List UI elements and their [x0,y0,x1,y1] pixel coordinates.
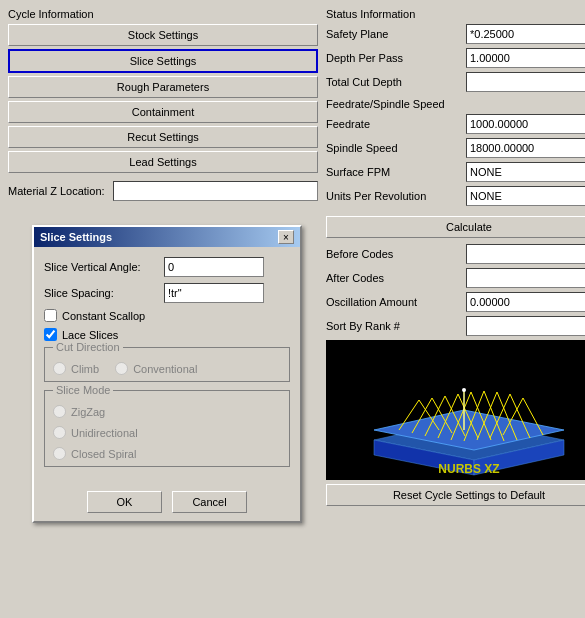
constant-scallop-checkbox[interactable] [44,309,57,322]
calculate-button[interactable]: Calculate [326,216,585,238]
reset-button[interactable]: Reset Cycle Settings to Default [326,484,585,506]
total-cut-depth-label: Total Cut Depth [326,76,466,88]
feedrate-label: Feedrate [326,118,466,130]
surface-fpm-label: Surface FPM [326,166,466,178]
spindle-speed-input[interactable] [466,138,585,158]
sort-rank-row: Sort By Rank # [326,316,585,336]
cut-direction-radios: Climb Conventional [53,354,281,375]
conventional-label: Conventional [133,363,197,375]
slice-mode-group: Slice Mode ZigZag Unidirectional Closed … [44,390,290,467]
cycle-info-label: Cycle Information [8,8,318,20]
viz-label: NURBS XZ [326,462,585,476]
units-per-rev-row: Units Per Revolution [326,186,585,206]
oscillation-input[interactable] [466,292,585,312]
conventional-radio[interactable] [115,362,128,375]
after-codes-input[interactable] [466,268,585,288]
total-cut-depth-input[interactable] [466,72,585,92]
rough-parameters-button[interactable]: Rough Parameters [8,76,318,98]
cancel-button[interactable]: Cancel [172,491,247,513]
safety-plane-input[interactable] [466,24,585,44]
cut-direction-legend: Cut Direction [53,341,123,353]
main-container: Cycle Information Stock Settings Slice S… [0,0,585,618]
lead-settings-button[interactable]: Lead Settings [8,151,318,173]
constant-scallop-row: Constant Scallop [44,309,290,322]
cycle-buttons: Stock Settings Slice Settings Rough Para… [8,24,318,173]
sort-rank-label: Sort By Rank # [326,320,466,332]
depth-per-pass-row: Depth Per Pass [326,48,585,68]
unidirectional-label: Unidirectional [71,427,138,439]
lace-slices-checkbox[interactable] [44,328,57,341]
conventional-radio-row: Conventional [115,362,197,375]
vertical-angle-input[interactable] [164,257,264,277]
units-per-rev-label: Units Per Revolution [326,190,466,202]
spacing-row: Slice Spacing: [44,283,290,303]
lace-slices-label: Lace Slices [62,329,118,341]
spacing-label: Slice Spacing: [44,287,164,299]
dialog-title: Slice Settings [40,231,112,243]
safety-plane-row: Safety Plane [326,24,585,44]
total-cut-depth-row: Total Cut Depth [326,72,585,92]
lace-slices-row: Lace Slices [44,328,290,341]
climb-label: Climb [71,363,99,375]
material-z-input[interactable] [113,181,318,201]
after-codes-row: After Codes [326,268,585,288]
unidirectional-radio-row: Unidirectional [53,426,281,439]
depth-per-pass-label: Depth Per Pass [326,52,466,64]
feedrate-spindle-label: Feedrate/Spindle Speed [326,98,585,110]
closed-spiral-label: Closed Spiral [71,448,136,460]
zigzag-radio[interactable] [53,405,66,418]
oscillation-label: Oscillation Amount [326,296,466,308]
right-panel: Status Information Safety Plane Depth Pe… [326,8,585,610]
units-per-rev-input[interactable] [466,186,585,206]
closed-spiral-radio-row: Closed Spiral [53,447,281,460]
slice-settings-button[interactable]: Slice Settings [8,49,318,73]
before-codes-input[interactable] [466,244,585,264]
surface-fpm-input[interactable] [466,162,585,182]
dialog-close-button[interactable]: × [278,230,294,244]
climb-radio[interactable] [53,362,66,375]
slice-mode-legend: Slice Mode [53,384,113,396]
closed-spiral-radio[interactable] [53,447,66,460]
visualization: NURBS XZ [326,340,585,480]
safety-plane-label: Safety Plane [326,28,466,40]
feedrate-row: Feedrate [326,114,585,134]
ok-button[interactable]: OK [87,491,162,513]
surface-fpm-row: Surface FPM [326,162,585,182]
zigzag-radio-row: ZigZag [53,405,281,418]
status-info-label: Status Information [326,8,585,20]
vertical-angle-row: Slice Vertical Angle: [44,257,290,277]
dialog-body: Slice Vertical Angle: Slice Spacing: Con… [34,247,300,485]
constant-scallop-label: Constant Scallop [62,310,145,322]
unidirectional-radio[interactable] [53,426,66,439]
after-codes-label: After Codes [326,272,466,284]
spindle-speed-row: Spindle Speed [326,138,585,158]
depth-per-pass-input[interactable] [466,48,585,68]
before-codes-row: Before Codes [326,244,585,264]
oscillation-row: Oscillation Amount [326,292,585,312]
slice-settings-dialog-overlay: Slice Settings × Slice Vertical Angle: S… [32,225,302,523]
zigzag-label: ZigZag [71,406,105,418]
sort-rank-input[interactable] [466,316,585,336]
viz-svg [326,340,585,480]
stock-settings-button[interactable]: Stock Settings [8,24,318,46]
climb-radio-row: Climb [53,362,99,375]
recut-settings-button[interactable]: Recut Settings [8,126,318,148]
dialog-buttons: OK Cancel [34,485,300,521]
svg-point-5 [462,388,466,392]
containment-button[interactable]: Containment [8,101,318,123]
slice-settings-dialog: Slice Settings × Slice Vertical Angle: S… [32,225,302,523]
feedrate-input[interactable] [466,114,585,134]
vertical-angle-label: Slice Vertical Angle: [44,261,164,273]
dialog-titlebar: Slice Settings × [34,227,300,247]
spindle-speed-label: Spindle Speed [326,142,466,154]
material-z-row: Material Z Location: [8,181,318,201]
cut-direction-group: Cut Direction Climb Conventional [44,347,290,382]
before-codes-label: Before Codes [326,248,466,260]
material-z-label: Material Z Location: [8,185,105,197]
spacing-input[interactable] [164,283,264,303]
